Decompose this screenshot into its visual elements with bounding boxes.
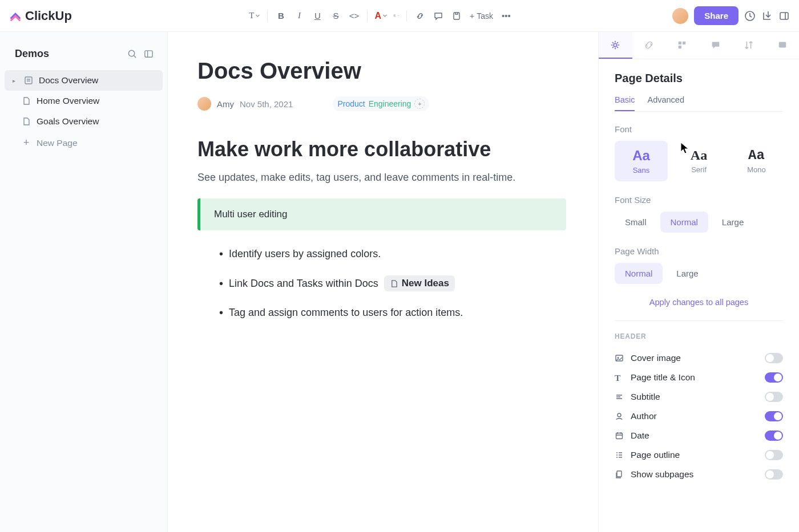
toggle-row-date: Date — [615, 426, 783, 445]
outline-icon — [615, 450, 624, 460]
tag-product[interactable]: Product — [337, 99, 365, 108]
toggle-row-title: TPage title & Icon — [615, 368, 783, 387]
svg-point-6 — [614, 43, 617, 46]
linked-doc-chip[interactable]: New Ideas — [384, 275, 455, 291]
frame-icon — [777, 40, 788, 50]
search-icon[interactable] — [127, 49, 137, 59]
panel-tab-comments[interactable] — [699, 32, 733, 59]
font-option-sans[interactable]: AaSans — [615, 141, 668, 181]
width-label: Page Width — [615, 246, 783, 256]
toggle-date[interactable] — [765, 431, 783, 441]
import-icon[interactable] — [761, 10, 773, 22]
fontsize-large[interactable]: Large — [712, 212, 754, 233]
svg-rect-15 — [617, 471, 622, 477]
toggle-subpages[interactable] — [765, 469, 783, 480]
document-main: Docs Overview Amy Nov 5th, 2021 Product … — [168, 32, 598, 532]
header-section-label: HEADER — [615, 332, 783, 340]
svg-rect-10 — [778, 42, 786, 47]
doc-icon — [24, 76, 33, 85]
font-option-mono[interactable]: AaMono — [730, 141, 783, 181]
font-options: AaSans AaSerif AaMono — [615, 141, 783, 181]
bold-button[interactable]: B — [272, 7, 289, 25]
fontsize-normal[interactable]: Normal — [660, 212, 708, 233]
sidebar-item-goals-overview[interactable]: Goals Overview — [5, 111, 163, 132]
align-dropdown[interactable] — [391, 13, 402, 18]
svg-rect-5 — [25, 77, 32, 84]
fontsize-label: Font Size — [615, 195, 783, 205]
subtab-basic[interactable]: Basic — [615, 95, 635, 111]
sidebar-item-docs-overview[interactable]: ▸ Docs Overview — [5, 70, 163, 91]
svg-rect-2 — [780, 13, 788, 19]
plus-icon: + — [22, 137, 31, 149]
panel-tab-templates[interactable] — [665, 32, 699, 59]
subtab-advanced[interactable]: Advanced — [647, 95, 684, 111]
underline-button[interactable]: U — [309, 7, 326, 25]
brand-logo[interactable]: ClickUp — [9, 9, 72, 23]
page-icon — [390, 279, 398, 288]
toggle-row-subpages: Show subpages — [615, 465, 783, 484]
add-task-button[interactable]: +Task — [466, 11, 497, 21]
apply-all-link[interactable]: Apply changes to all pages — [615, 298, 783, 307]
attachment-button[interactable] — [448, 7, 465, 25]
code-button[interactable]: <> — [345, 7, 362, 25]
more-button[interactable]: ••• — [498, 7, 515, 25]
fontsize-small[interactable]: Small — [615, 212, 657, 233]
svg-rect-9 — [679, 45, 681, 48]
panel-tab-protect[interactable] — [766, 32, 800, 59]
doc-paragraph[interactable]: See updates, make edits, tag users, and … — [197, 172, 566, 184]
image-icon — [615, 354, 624, 363]
panel-toggle-icon[interactable] — [778, 10, 790, 22]
collapse-sidebar-icon[interactable] — [144, 49, 154, 59]
add-tag-button[interactable]: + — [414, 99, 425, 109]
list-item[interactable]: Link Docs and Tasks within Docs New Idea… — [219, 275, 566, 291]
svg-rect-14 — [616, 433, 623, 439]
sidebar-title: Demos — [15, 48, 49, 60]
user-icon — [615, 412, 624, 421]
toggle-subtitle[interactable] — [765, 392, 783, 402]
italic-button[interactable]: I — [290, 7, 308, 25]
history-icon[interactable] — [744, 10, 756, 22]
callout-block[interactable]: Multi user editing — [197, 198, 566, 230]
svg-rect-7 — [679, 41, 681, 44]
toggle-row-outline: Page outline — [615, 445, 783, 465]
topbar-right: Share — [672, 6, 790, 25]
width-options: Normal Large — [615, 263, 783, 284]
toggle-row-cover: Cover image — [615, 348, 783, 368]
author-name: Amy — [217, 99, 234, 109]
comment-icon — [711, 40, 721, 50]
svg-point-13 — [618, 413, 621, 417]
list-item[interactable]: Tag and assign comments to users for act… — [219, 306, 566, 319]
width-large[interactable]: Large — [666, 263, 708, 284]
panel-tab-settings[interactable] — [599, 32, 632, 59]
page-icon — [22, 117, 31, 126]
text-color-dropdown[interactable]: A — [372, 11, 390, 21]
toggle-cover[interactable] — [765, 353, 783, 363]
share-button[interactable]: Share — [694, 6, 739, 25]
text-style-dropdown[interactable]: T — [247, 11, 263, 21]
toggle-outline[interactable] — [765, 450, 783, 460]
panel-tab-sort[interactable] — [732, 32, 766, 59]
doc-heading[interactable]: Make work more collaborative — [197, 137, 566, 161]
width-normal[interactable]: Normal — [615, 263, 663, 284]
toggle-title[interactable] — [765, 372, 783, 383]
panel-body: Page Details Basic Advanced Font AaSans … — [599, 59, 799, 497]
sidebar-item-home-overview[interactable]: Home Overview — [5, 91, 163, 111]
list-item[interactable]: Identify users by assigned colors. — [219, 247, 566, 261]
author-avatar[interactable] — [197, 97, 211, 111]
comment-button[interactable] — [430, 7, 447, 25]
calendar-icon — [615, 431, 624, 440]
toggle-author[interactable] — [765, 411, 783, 421]
pages-icon — [615, 470, 624, 479]
link-button[interactable] — [411, 7, 429, 25]
panel-tab-relations[interactable] — [632, 32, 666, 59]
doc-meta: Amy Nov 5th, 2021 Product Engineering + — [197, 96, 566, 111]
sidebar-new-page[interactable]: + New Page — [5, 132, 163, 154]
tag-engineering[interactable]: Engineering — [369, 99, 411, 108]
page-title[interactable]: Docs Overview — [197, 58, 566, 84]
user-avatar[interactable] — [672, 8, 688, 24]
right-panel: Page Details Basic Advanced Font AaSans … — [598, 32, 799, 532]
panel-title: Page Details — [615, 72, 783, 85]
strikethrough-button[interactable]: S — [327, 7, 344, 25]
font-option-serif[interactable]: AaSerif — [672, 141, 725, 181]
subtitle-icon — [615, 392, 624, 401]
